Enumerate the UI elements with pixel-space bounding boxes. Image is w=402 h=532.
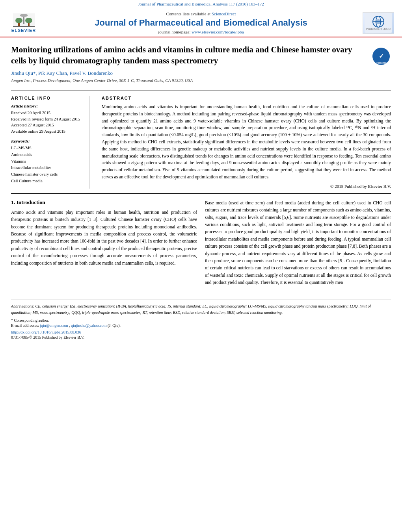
title-section: Monitoring utilizations of amino acids a… (11, 44, 391, 87)
article-history-label: Article history: (11, 104, 83, 108)
elsevier-logo: ELSEVIER (8, 12, 39, 34)
svg-text:PUBLISHER LOGO: PUBLISHER LOGO (366, 28, 391, 30)
corresponding-author: * Corresponding author. (11, 318, 391, 323)
keyword-2: Amino acids (11, 152, 83, 158)
available-online-date: Available online 29 August 2015 (11, 128, 83, 135)
article-info-heading: ARTICLE INFO (11, 96, 83, 100)
intro-heading: 1. Introduction (11, 199, 197, 206)
article-info-abstract: ARTICLE INFO Article history: Received 2… (11, 91, 391, 194)
homepage-line: journal homepage: www.elsevier.com/locat… (158, 30, 244, 34)
license-text: 0731-7085/© 2015 Published by Elsevier B… (11, 335, 391, 339)
svg-rect-7 (13, 26, 35, 27)
svg-point-3 (15, 18, 22, 23)
email-2-link[interactable]: qiujinshu@yahoo.com (71, 323, 107, 328)
svg-rect-5 (18, 23, 20, 26)
body-right-col: Base media (used at time zero) and feed … (205, 199, 391, 286)
svg-rect-6 (28, 23, 30, 26)
keyword-3: Vitamins (11, 158, 83, 165)
keyword-1: LC–MS/MS (11, 145, 83, 152)
elsevier-wordmark: ELSEVIER (11, 28, 36, 33)
page: Journal of Pharmaceutical and Biomedical… (0, 0, 402, 532)
received-revised-date: Received in revised form 24 August 2015 (11, 116, 83, 122)
homepage-link[interactable]: www.elsevier.com/locate/jpba (192, 30, 244, 34)
doi-link[interactable]: http://dx.doi.org/10.1016/j.jpba.2015.08… (11, 330, 391, 334)
journal-header: ELSEVIER Contents lists available at Sci… (0, 8, 402, 37)
article-title: Monitoring utilizations of amino acids a… (11, 44, 367, 66)
header-center: Contents lists available at ScienceDirec… (43, 11, 359, 34)
svg-text:CrossMark: CrossMark (374, 61, 388, 64)
email-line: E-mail addresses: jqiu@amgen.com , qiuji… (11, 323, 391, 328)
email-note: (J. Qiu). (108, 323, 121, 328)
email-1-link[interactable]: jqiu@amgen.com (40, 323, 68, 328)
abstract-text: Monitoring amino acids and vitamins is i… (102, 104, 391, 181)
body-left-col: 1. Introduction Amino acids and vitamins… (11, 199, 197, 286)
received-date: Received 20 April 2015 (11, 110, 83, 116)
intro-paragraph-left: Amino acids and vitamins play important … (11, 209, 197, 267)
keyword-5: Chinese hamster ovary cells (11, 171, 83, 178)
contents-line: Contents lists available at ScienceDirec… (166, 11, 236, 16)
abstract-section: ABSTRACT Monitoring amino acids and vita… (98, 96, 391, 189)
right-logo-icon: PUBLISHER LOGO (365, 13, 392, 33)
abbreviations-label: Abbreviations: (11, 304, 34, 308)
sciencedirect-link[interactable]: ScienceDirect (212, 11, 236, 16)
affiliation: Amgen Inc., Process Development, One Amg… (11, 78, 367, 83)
journal-title-header: Journal of Pharmaceutical and Biomedical… (95, 18, 307, 28)
journal-bar: Journal of Pharmaceutical and Biomedical… (0, 0, 402, 8)
svg-text:✓: ✓ (379, 53, 384, 59)
abstract-heading: ABSTRACT (102, 96, 391, 100)
title-main: Monitoring utilizations of amino acids a… (11, 44, 367, 87)
elsevier-tree-icon (13, 13, 35, 27)
header-logo-right: PUBLISHER LOGO (363, 12, 394, 34)
intro-paragraph-right: Base media (used at time zero) and feed … (205, 199, 391, 286)
article-info-panel: ARTICLE INFO Article history: Received 2… (11, 96, 90, 189)
svg-point-2 (20, 14, 28, 17)
keywords-section: Keywords: LC–MS/MS Amino acids Vitamins … (11, 139, 83, 185)
keywords-label: Keywords: (11, 139, 83, 143)
crossmark-icon: ✓ CrossMark (371, 46, 391, 66)
authors: Jinshu Qiu*, Pik Kay Chan, Pavel V. Bond… (11, 70, 367, 76)
copyright-line: © 2015 Published by Elsevier B.V. (102, 184, 391, 189)
abbreviations-text: CE, collision energy; ESI, electrospray … (11, 304, 371, 315)
introduction-section: 1. Introduction Amino acids and vitamins… (11, 199, 391, 286)
svg-point-4 (25, 18, 32, 23)
abbreviations: Abbreviations: CE, collision energy; ESI… (11, 303, 391, 316)
article-body: Monitoring utilizations of amino acids a… (0, 37, 402, 293)
crossmark-logo: ✓ CrossMark (371, 46, 391, 66)
accepted-date: Accepted 27 August 2015 (11, 122, 83, 128)
page-footer: Abbreviations: CE, collision energy; ESI… (11, 300, 391, 341)
keyword-4: Intracellular metabolites (11, 165, 83, 171)
journal-bar-text: Journal of Pharmaceutical and Biomedical… (138, 2, 264, 6)
keyword-6: Cell Culture media (11, 178, 83, 185)
